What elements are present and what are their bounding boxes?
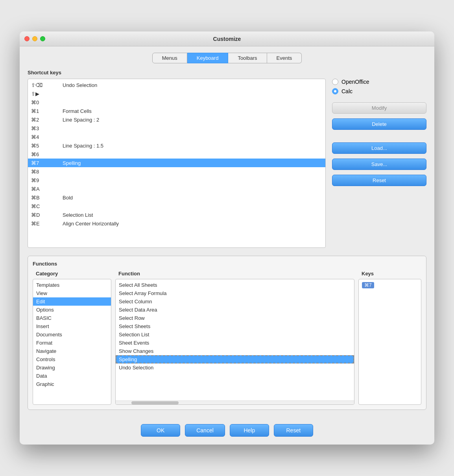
shortcut-key: ⌘B (31, 195, 63, 201)
radio-openoffice-circle[interactable] (332, 79, 338, 85)
reset-button[interactable]: Reset (274, 424, 313, 437)
shortcut-row[interactable]: ⌘4 (28, 133, 325, 141)
shortcut-row[interactable]: ⌘3 (28, 124, 325, 133)
function-item[interactable]: Selection List (116, 330, 354, 339)
shortcut-key: ⌘4 (31, 134, 63, 140)
shortcut-controls: OpenOffice Calc Modify Delete Load... Sa… (332, 79, 426, 248)
function-item[interactable]: Select Sheets (116, 322, 354, 330)
help-button[interactable]: Help (230, 424, 269, 437)
function-item[interactable]: Select All Sheets (116, 281, 354, 289)
function-item[interactable]: Undo Selection (116, 363, 354, 372)
shortcut-row[interactable]: ⌘A (28, 184, 325, 193)
function-item[interactable]: Select Array Formula (116, 289, 354, 297)
modify-button[interactable]: Modify (332, 102, 426, 114)
category-item[interactable]: Data (33, 372, 111, 380)
shortcut-key: ⌘6 (31, 151, 63, 157)
shortcut-row[interactable]: ⌘6 (28, 150, 325, 159)
shortcut-key: ⇧⌫ (31, 82, 63, 88)
shortcut-row[interactable]: ⌘D Selection List (28, 210, 325, 219)
shortcut-key: ⌘3 (31, 125, 63, 131)
category-item[interactable]: Navigate (33, 347, 111, 355)
shortcut-key: ⌘5 (31, 143, 63, 149)
shortcut-name: Line Spacing : 1.5 (63, 143, 103, 149)
function-item[interactable]: Sheet Events (116, 339, 354, 347)
ok-button[interactable]: OK (141, 424, 180, 437)
radio-calc-circle[interactable] (332, 88, 338, 94)
shortcut-key: ⇧▶ (31, 91, 63, 97)
shortcut-name: Align Center Horizontally (63, 221, 119, 227)
category-list[interactable]: TemplatesViewEditOptionsBASICInsertDocum… (33, 279, 111, 404)
shortcut-section: ⇧⌫ Undo Selection ⇧▶ ⌘0 ⌘1 Format Cells … (28, 79, 426, 248)
keys-list: ⌘7 (359, 279, 421, 404)
shortcut-name: Spelling (63, 160, 81, 166)
category-column: Category TemplatesViewEditOptionsBASICIn… (33, 271, 111, 405)
category-item[interactable]: Templates (33, 281, 111, 289)
shortcut-row[interactable]: ⌘8 (28, 167, 325, 176)
shortcut-key: ⌘E (31, 221, 63, 227)
function-item[interactable]: Select Data Area (116, 306, 354, 314)
category-item[interactable]: Graphic (33, 380, 111, 388)
shortcut-name: Line Spacing : 2 (63, 117, 99, 123)
tab-keyboard[interactable]: Keyboard (187, 53, 229, 63)
radio-calc[interactable]: Calc (332, 88, 426, 94)
category-item[interactable]: Controls (33, 355, 111, 363)
shortcut-row[interactable]: ⌘5 Line Spacing : 1.5 (28, 141, 325, 150)
function-header: Function (115, 271, 354, 279)
function-list[interactable]: Select All SheetsSelect Array FormulaSel… (116, 279, 354, 404)
function-item[interactable]: Select Column (116, 297, 354, 306)
function-item[interactable]: Show Changes (116, 347, 354, 355)
radio-openoffice[interactable]: OpenOffice (332, 79, 426, 85)
function-scrollbar-h[interactable] (116, 400, 354, 404)
shortcut-row[interactable]: ⇧▶ (28, 89, 325, 98)
shortcut-row[interactable]: ⌘9 (28, 176, 325, 184)
category-item[interactable]: Format (33, 339, 111, 347)
shortcut-key: ⌘9 (31, 177, 63, 183)
tab-toolbars[interactable]: Toolbars (228, 53, 267, 63)
category-item[interactable]: Insert (33, 322, 111, 330)
shortcut-name: Selection List (63, 212, 93, 218)
tab-bar: Menus Keyboard Toolbars Events (28, 53, 426, 63)
shortcut-key: ⌘0 (31, 100, 63, 105)
function-item[interactable]: Spelling (116, 355, 354, 363)
category-item[interactable]: Drawing (33, 363, 111, 372)
cancel-button[interactable]: Cancel (185, 424, 225, 437)
radio-group: OpenOffice Calc (332, 79, 426, 94)
key-item: ⌘7 (359, 281, 421, 289)
save-button[interactable]: Save... (332, 159, 426, 170)
shortcut-section-label: Shortcut keys (28, 70, 426, 76)
shortcut-row[interactable]: ⌘E Align Center Horizontally (28, 219, 325, 228)
category-item[interactable]: Options (33, 306, 111, 314)
shortcut-row[interactable]: ⌘C (28, 202, 325, 210)
shortcut-row[interactable]: ⌘B Bold (28, 193, 325, 202)
category-item[interactable]: View (33, 289, 111, 297)
shortcut-key: ⌘D (31, 212, 63, 218)
delete-button[interactable]: Delete (332, 118, 426, 130)
category-item[interactable]: BASIC (33, 314, 111, 322)
minimize-button[interactable] (32, 36, 37, 41)
shortcut-key: ⌘1 (31, 108, 63, 114)
shortcut-list-container[interactable]: ⇧⌫ Undo Selection ⇧▶ ⌘0 ⌘1 Format Cells … (28, 79, 326, 248)
shortcut-key: ⌘2 (31, 117, 63, 123)
tab-menus[interactable]: Menus (152, 53, 187, 63)
reset-top-button[interactable]: Reset (332, 175, 426, 186)
shortcut-row[interactable]: ⌘7 Spelling (28, 159, 325, 167)
shortcut-row[interactable]: ⌘2 Line Spacing : 2 (28, 115, 325, 124)
load-button[interactable]: Load... (332, 142, 426, 154)
shortcut-list[interactable]: ⇧⌫ Undo Selection ⇧▶ ⌘0 ⌘1 Format Cells … (28, 79, 325, 247)
close-button[interactable] (24, 36, 30, 41)
function-item[interactable]: Select Row (116, 314, 354, 322)
shortcut-name: Bold (63, 195, 73, 201)
bottom-bar: OK Cancel Help Reset (20, 418, 434, 445)
functions-section-label: Functions (33, 261, 421, 267)
shortcut-row[interactable]: ⌘0 (28, 98, 325, 107)
shortcut-key: ⌘8 (31, 169, 63, 175)
tab-events[interactable]: Events (267, 53, 302, 63)
category-list-box[interactable]: TemplatesViewEditOptionsBASICInsertDocum… (33, 279, 111, 405)
maximize-button[interactable] (40, 36, 45, 41)
category-item[interactable]: Edit (33, 297, 111, 306)
function-scrollbar-thumb[interactable] (131, 401, 179, 404)
function-list-box[interactable]: Select All SheetsSelect Array FormulaSel… (115, 279, 354, 405)
category-item[interactable]: Documents (33, 330, 111, 339)
shortcut-row[interactable]: ⇧⌫ Undo Selection (28, 81, 325, 89)
shortcut-row[interactable]: ⌘1 Format Cells (28, 107, 325, 115)
